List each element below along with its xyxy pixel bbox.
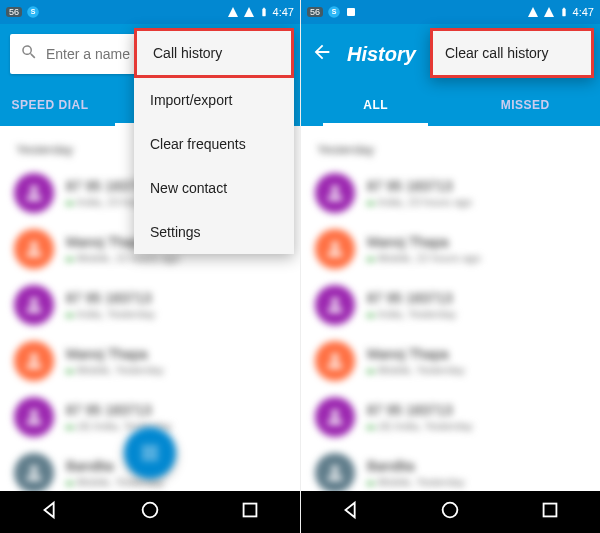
row-title: Bandita bbox=[367, 458, 465, 474]
skype-icon bbox=[26, 5, 40, 19]
dual-screenshot-container: 56 4:47 SPEED DIAL R Yesterday 87 95 18 bbox=[0, 0, 600, 533]
nav-back-icon[interactable] bbox=[39, 499, 61, 525]
avatar bbox=[315, 229, 355, 269]
avatar bbox=[315, 341, 355, 381]
tab-missed[interactable]: MISSED bbox=[451, 84, 601, 126]
row-text: Manoj Thapa▸▸ Mobile, 22 hours ago bbox=[367, 234, 481, 264]
tab-all[interactable]: ALL bbox=[301, 84, 451, 126]
tab-speed-dial[interactable]: SPEED DIAL bbox=[0, 84, 100, 126]
avatar bbox=[14, 453, 54, 493]
row-subtitle: ▸▸ India, Yesterday bbox=[367, 308, 456, 320]
row-text: 87 95 183713▸▸ (4) India, Yesterday bbox=[367, 402, 473, 432]
row-subtitle: ▸▸ Mobile, Yesterday bbox=[367, 364, 465, 376]
back-button[interactable] bbox=[311, 41, 333, 67]
row-subtitle: ▸▸ Mobile, Yesterday bbox=[367, 476, 465, 488]
list-item[interactable]: 87 95 183713▸▸ India, 23 hours ago bbox=[301, 165, 600, 221]
row-title: Bandita bbox=[66, 458, 164, 474]
clock: 4:47 bbox=[273, 6, 294, 18]
android-navbar bbox=[301, 491, 600, 533]
row-title: 87 95 183713 bbox=[66, 290, 155, 306]
battery-icon bbox=[259, 5, 269, 19]
signal-icon bbox=[543, 6, 555, 18]
tab-label: MISSED bbox=[501, 98, 550, 112]
skype-icon bbox=[327, 5, 341, 19]
signal-icon bbox=[243, 6, 255, 18]
section-label: Yesterday bbox=[301, 134, 600, 165]
avatar bbox=[315, 397, 355, 437]
avatar bbox=[315, 285, 355, 325]
gallery-icon bbox=[345, 6, 357, 18]
tab-label: ALL bbox=[363, 98, 388, 112]
status-bar: 56 4:47 bbox=[0, 0, 300, 24]
row-title: Manoj Thapa bbox=[367, 346, 465, 362]
android-navbar bbox=[0, 491, 300, 533]
nav-home-icon[interactable] bbox=[439, 499, 461, 525]
avatar bbox=[14, 341, 54, 381]
row-text: 87 95 183713▸▸ (4) India, Yesterday bbox=[66, 402, 172, 432]
notif-count-badge: 56 bbox=[6, 7, 22, 17]
search-icon bbox=[20, 43, 38, 65]
signal-icon bbox=[527, 6, 539, 18]
notif-count-badge: 56 bbox=[307, 7, 323, 17]
row-subtitle: ▸▸ Mobile, Yesterday bbox=[66, 476, 164, 488]
row-text: Bandita▸▸ Mobile, Yesterday bbox=[367, 458, 465, 488]
menu-new-contact[interactable]: New contact bbox=[134, 166, 294, 210]
row-text: 87 95 183713▸▸ India, Yesterday bbox=[66, 290, 155, 320]
tabs: ALL MISSED bbox=[301, 84, 600, 126]
row-text: Manoj Thapa▸▸ Mobile, Yesterday bbox=[66, 346, 164, 376]
overflow-menu: Call history Import/export Clear frequen… bbox=[134, 28, 294, 254]
menu-clear-frequents[interactable]: Clear frequents bbox=[134, 122, 294, 166]
clock: 4:47 bbox=[573, 6, 594, 18]
row-text: Manoj Thapa▸▸ Mobile, Yesterday bbox=[367, 346, 465, 376]
avatar bbox=[14, 285, 54, 325]
call-list: Yesterday 87 95 183713▸▸ India, 23 hours… bbox=[301, 126, 600, 533]
list-item[interactable]: Manoj Thapa▸▸ Mobile, Yesterday bbox=[0, 333, 300, 389]
menu-import-export[interactable]: Import/export bbox=[134, 78, 294, 122]
avatar bbox=[14, 173, 54, 213]
menu-clear-call-history[interactable]: Clear call history bbox=[430, 28, 594, 78]
nav-recent-icon[interactable] bbox=[539, 499, 561, 525]
signal-icon bbox=[227, 6, 239, 18]
battery-icon bbox=[559, 5, 569, 19]
list-item[interactable]: 87 95 183713▸▸ India, Yesterday bbox=[301, 277, 600, 333]
row-subtitle: ▸▸ Mobile, 22 hours ago bbox=[367, 252, 481, 264]
row-subtitle: ▸▸ (4) India, Yesterday bbox=[367, 420, 473, 432]
row-subtitle: ▸▸ Mobile, Yesterday bbox=[66, 364, 164, 376]
row-title: 87 95 183713 bbox=[367, 402, 473, 418]
list-item[interactable]: 87 95 183713▸▸ India, Yesterday bbox=[0, 277, 300, 333]
menu-settings[interactable]: Settings bbox=[134, 210, 294, 254]
menu-call-history[interactable]: Call history bbox=[134, 28, 294, 78]
phone-left: 56 4:47 SPEED DIAL R Yesterday 87 95 18 bbox=[0, 0, 300, 533]
nav-home-icon[interactable] bbox=[139, 499, 161, 525]
row-subtitle: ▸▸ India, 23 hours ago bbox=[367, 196, 472, 208]
list-item[interactable]: Manoj Thapa▸▸ Mobile, 22 hours ago bbox=[301, 221, 600, 277]
row-subtitle: ▸▸ India, Yesterday bbox=[66, 308, 155, 320]
list-item[interactable]: 87 95 183713▸▸ (4) India, Yesterday bbox=[0, 389, 300, 445]
row-text: Bandita▸▸ Mobile, Yesterday bbox=[66, 458, 164, 488]
dialpad-fab[interactable] bbox=[124, 427, 176, 479]
row-title: 87 95 183713 bbox=[367, 178, 472, 194]
menu-item-label: Clear call history bbox=[445, 45, 548, 61]
row-title: Manoj Thapa bbox=[367, 234, 481, 250]
row-title: 87 95 183713 bbox=[367, 290, 456, 306]
page-title: History bbox=[347, 43, 416, 66]
row-title: Manoj Thapa bbox=[66, 346, 164, 362]
row-subtitle: ▸▸ (4) India, Yesterday bbox=[66, 420, 172, 432]
tab-label: SPEED DIAL bbox=[11, 98, 88, 112]
list-item[interactable]: 87 95 183713▸▸ (4) India, Yesterday bbox=[301, 389, 600, 445]
avatar bbox=[14, 397, 54, 437]
nav-back-icon[interactable] bbox=[340, 499, 362, 525]
nav-recent-icon[interactable] bbox=[239, 499, 261, 525]
row-title: 87 95 183713 bbox=[66, 402, 172, 418]
avatar bbox=[14, 229, 54, 269]
row-text: 87 95 183713▸▸ India, 23 hours ago bbox=[367, 178, 472, 208]
avatar bbox=[315, 453, 355, 493]
avatar bbox=[315, 173, 355, 213]
phone-right: 56 4:47 History ALL MISSED Yesterday 87 … bbox=[300, 0, 600, 533]
row-text: 87 95 183713▸▸ India, Yesterday bbox=[367, 290, 456, 320]
status-bar: 56 4:47 bbox=[301, 0, 600, 24]
list-item[interactable]: Manoj Thapa▸▸ Mobile, Yesterday bbox=[301, 333, 600, 389]
